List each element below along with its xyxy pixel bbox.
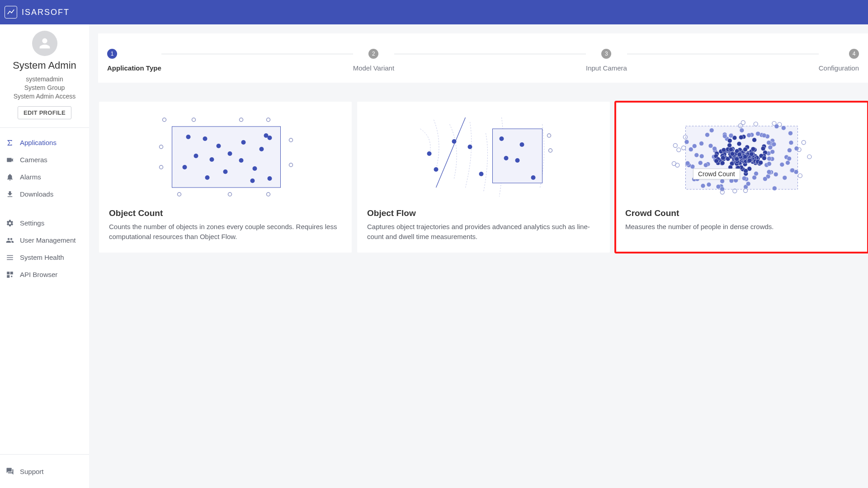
svg-rect-30 xyxy=(493,129,542,183)
svg-point-15 xyxy=(183,165,187,169)
svg-line-29 xyxy=(436,117,466,188)
camera-icon xyxy=(5,155,14,164)
sidebar-item-api-browser[interactable]: API Browser xyxy=(0,266,89,283)
svg-point-288 xyxy=(694,153,699,157)
step-number: 4 xyxy=(849,49,859,59)
svg-point-259 xyxy=(703,171,708,175)
illustration-crowd-count: Crowd Count xyxy=(625,111,858,201)
sidebar-item-label: Settings xyxy=(20,219,44,227)
svg-point-197 xyxy=(701,183,705,188)
sidebar-item-user-management[interactable]: User Management xyxy=(0,232,89,249)
svg-point-254 xyxy=(787,148,792,153)
svg-point-19 xyxy=(223,169,228,174)
svg-point-17 xyxy=(217,144,221,148)
card-description: Counts the number of objects in zones ev… xyxy=(109,222,342,242)
profile-name: System Admin xyxy=(3,60,86,71)
svg-point-133 xyxy=(705,132,710,137)
profile-access: System Admin Access xyxy=(3,92,86,101)
svg-point-28 xyxy=(268,176,272,181)
sidebar-item-label: Applications xyxy=(20,139,57,146)
svg-point-243 xyxy=(752,175,757,180)
avatar xyxy=(32,31,57,56)
sidebar-item-cameras[interactable]: Cameras xyxy=(0,151,89,169)
svg-point-125 xyxy=(783,175,787,180)
sidebar-item-label: Support xyxy=(20,468,44,475)
svg-point-126 xyxy=(727,143,732,148)
app-header: ISARSOFT xyxy=(0,0,868,24)
svg-point-313 xyxy=(736,165,741,170)
svg-point-41 xyxy=(547,134,551,137)
svg-point-37 xyxy=(504,156,509,160)
svg-point-115 xyxy=(707,183,711,187)
svg-point-323 xyxy=(761,146,765,151)
svg-point-283 xyxy=(729,133,733,138)
step-model-variant[interactable]: 2 Model Variant xyxy=(353,49,394,72)
svg-point-235 xyxy=(712,172,717,176)
card-object-count[interactable]: Object Count Counts the number of object… xyxy=(99,102,352,253)
application-type-cards: Object Count Counts the number of object… xyxy=(89,92,868,256)
sidebar-item-applications[interactable]: Applications xyxy=(0,134,89,151)
svg-point-21 xyxy=(239,158,244,163)
step-connector xyxy=(627,54,819,54)
sidebar-item-downloads[interactable]: Downloads xyxy=(0,186,89,203)
svg-point-305 xyxy=(727,138,732,143)
svg-point-98 xyxy=(709,128,714,132)
download-icon xyxy=(5,190,14,199)
svg-point-2 xyxy=(240,118,243,122)
step-application-type[interactable]: 1 Application Type xyxy=(107,49,161,72)
svg-point-321 xyxy=(720,161,725,165)
svg-point-278 xyxy=(744,169,748,173)
card-crowd-count[interactable]: Crowd Count Crowd Count Measures the num… xyxy=(615,102,868,253)
sidebar-item-alarms[interactable]: Alarms xyxy=(0,169,89,186)
sidebar-nav: Applications Cameras Alarms Downloads Se… xyxy=(0,128,89,290)
sidebar-item-support[interactable]: Support xyxy=(0,463,89,480)
svg-point-130 xyxy=(699,154,704,159)
sidebar-item-settings[interactable]: Settings xyxy=(0,215,89,232)
step-label: Model Variant xyxy=(353,64,394,72)
svg-point-83 xyxy=(739,135,743,140)
profile-group: System Group xyxy=(3,84,86,92)
svg-point-306 xyxy=(786,160,790,165)
svg-point-3 xyxy=(267,118,270,122)
step-input-camera[interactable]: 3 Input Camera xyxy=(586,49,627,72)
svg-point-14 xyxy=(194,154,198,158)
svg-point-181 xyxy=(767,170,771,174)
svg-point-301 xyxy=(692,144,697,148)
main-content: 1 Application Type 2 Model Variant 3 Inp… xyxy=(89,24,868,488)
svg-point-148 xyxy=(754,171,759,176)
svg-point-137 xyxy=(740,128,744,133)
svg-point-211 xyxy=(794,146,799,151)
svg-point-266 xyxy=(807,155,811,159)
svg-point-49 xyxy=(729,178,734,183)
svg-point-251 xyxy=(787,156,792,161)
step-configuration[interactable]: 4 Configuration xyxy=(819,49,859,72)
card-object-flow[interactable]: Object Flow Captures object trajectories… xyxy=(357,102,610,253)
svg-point-182 xyxy=(770,150,775,154)
svg-point-0 xyxy=(163,118,166,122)
svg-point-319 xyxy=(767,162,771,166)
sidebar-item-system-health[interactable]: System Health xyxy=(0,249,89,266)
list-icon xyxy=(5,253,14,262)
svg-point-289 xyxy=(699,141,704,146)
svg-point-55 xyxy=(802,141,806,145)
svg-point-9 xyxy=(228,192,232,196)
svg-point-215 xyxy=(684,140,689,144)
wizard-panel: 1 Application Type 2 Model Variant 3 Inp… xyxy=(98,33,868,83)
gear-icon xyxy=(5,219,14,228)
svg-point-12 xyxy=(186,135,191,139)
svg-point-10 xyxy=(267,192,270,196)
svg-point-23 xyxy=(253,166,257,171)
step-label: Configuration xyxy=(819,64,859,72)
card-description: Captures object trajectories and provide… xyxy=(367,222,600,242)
svg-point-260 xyxy=(763,177,767,181)
svg-point-293 xyxy=(743,147,748,152)
svg-point-226 xyxy=(677,148,681,152)
svg-point-322 xyxy=(737,152,742,157)
svg-point-178 xyxy=(768,145,773,150)
card-title: Object Count xyxy=(109,208,342,218)
svg-point-22 xyxy=(241,140,246,145)
sidebar-item-label: Downloads xyxy=(20,190,53,198)
svg-point-31 xyxy=(427,151,432,156)
svg-point-269 xyxy=(742,176,746,181)
edit-profile-button[interactable]: EDIT PROFILE xyxy=(18,106,71,119)
